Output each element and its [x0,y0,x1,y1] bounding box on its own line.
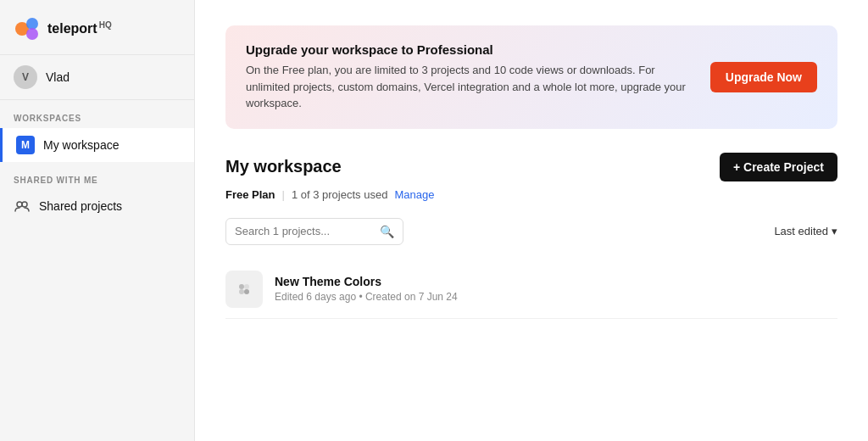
plan-badge: Free Plan [225,188,275,201]
svg-point-5 [239,284,244,289]
avatar: V [14,65,37,89]
banner-description: On the Free plan, you are limited to 3 p… [246,62,687,112]
projects-list: New Theme Colors Edited 6 days ago • Cre… [225,260,837,319]
upgrade-banner: Upgrade your workspace to Professional O… [225,25,837,129]
search-input[interactable] [235,225,376,237]
svg-point-4 [22,202,27,207]
main-content: Upgrade your workspace to Professional O… [195,0,868,441]
project-thumbnail [225,271,263,308]
project-name: New Theme Colors [275,275,458,288]
search-box[interactable]: 🔍 [225,218,403,245]
svg-point-7 [239,289,244,294]
logo-area: teleportHQ [0,0,194,55]
sidebar-item-shared-projects[interactable]: Shared projects [0,190,194,222]
workspaces-section-label: WORKSPACES [0,100,194,128]
workspace-header: My workspace + Create Project [225,153,837,181]
svg-point-8 [244,289,249,294]
upgrade-now-button[interactable]: Upgrade Now [710,62,817,92]
svg-point-1 [26,18,38,30]
sidebar-item-my-workspace[interactable]: M My workspace [0,128,194,162]
logo-text: teleportHQ [47,20,112,36]
sort-label: Last edited [774,225,828,237]
sidebar-item-shared-projects-label: Shared projects [39,199,122,213]
project-info: New Theme Colors Edited 6 days ago • Cre… [275,275,458,303]
plan-usage: 1 of 3 projects used [292,188,387,201]
create-project-button[interactable]: + Create Project [720,153,837,181]
chevron-down-icon: ▾ [832,225,837,237]
svg-point-6 [244,284,249,289]
banner-title: Upgrade your workspace to Professional [246,42,693,57]
shared-section-label: SHARED WITH ME [0,162,194,190]
sidebar: teleportHQ V Vlad WORKSPACES M My worksp… [0,0,195,441]
username: Vlad [46,70,70,84]
teleport-logo-icon [14,15,41,42]
workspace-avatar: M [16,136,35,154]
svg-point-3 [17,202,22,207]
svg-point-2 [26,28,38,40]
manage-link[interactable]: Manage [394,188,434,201]
banner-text: Upgrade your workspace to Professional O… [246,42,693,112]
plan-row: Free Plan | 1 of 3 projects used Manage [225,188,837,201]
sort-button[interactable]: Last edited ▾ [774,225,837,237]
sidebar-item-my-workspace-label: My workspace [43,138,119,152]
search-sort-row: 🔍 Last edited ▾ [225,218,837,245]
user-row[interactable]: V Vlad [0,55,194,100]
table-row[interactable]: New Theme Colors Edited 6 days ago • Cre… [225,260,837,319]
project-meta: Edited 6 days ago • Created on 7 Jun 24 [275,291,458,303]
shared-projects-icon [14,198,31,215]
search-icon: 🔍 [380,225,394,238]
workspace-title: My workspace [225,157,342,176]
